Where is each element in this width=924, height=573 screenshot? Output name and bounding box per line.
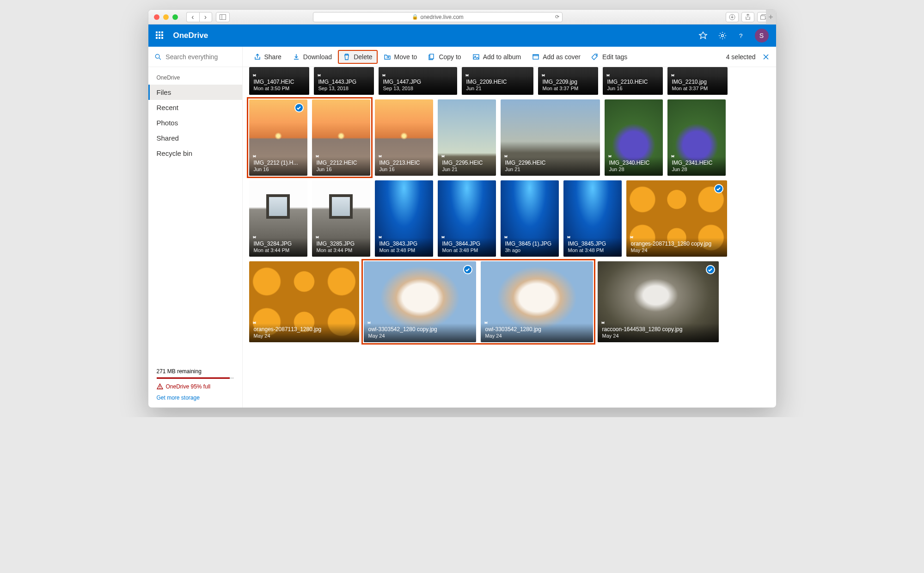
file-name: IMG_2210.HEIC	[607, 79, 658, 85]
file-tile[interactable]: IMG_1447.JPGSep 13, 2018	[379, 67, 457, 95]
search-icon	[155, 53, 161, 61]
svg-point-10	[159, 388, 160, 389]
shared-indicator-icon	[253, 234, 258, 240]
file-name: IMG_2209.jpg	[543, 79, 594, 85]
file-tile[interactable]: IMG_2212 (1).H...Jun 16	[249, 99, 307, 176]
sidebar-item-photos[interactable]: Photos	[148, 115, 242, 130]
sidebar-item-recent[interactable]: Recent	[148, 100, 242, 115]
file-tile[interactable]: IMG_3843.JPGMon at 3:48 PM	[375, 180, 433, 257]
shared-indicator-icon	[253, 73, 258, 78]
file-name: IMG_2296.HEIC	[505, 160, 595, 166]
minimize-window-button[interactable]	[163, 14, 169, 20]
file-tile[interactable]: IMG_2212.HEICJun 16	[312, 99, 370, 176]
premium-icon[interactable]	[698, 31, 708, 40]
copy-button[interactable]: Copy to	[423, 50, 465, 63]
move-button[interactable]: Move to	[379, 50, 422, 63]
edit-tags-button[interactable]: Edit tags	[587, 50, 632, 63]
delete-button[interactable]: Delete	[338, 50, 377, 63]
highlight-group: IMG_2212 (1).H...Jun 16IMG_2212.HEICJun …	[249, 99, 370, 176]
file-tile[interactable]: IMG_2341.HEICJun 28	[667, 99, 726, 176]
file-tile[interactable]: IMG_2340.HEICJun 28	[605, 99, 663, 176]
svg-point-16	[596, 55, 597, 56]
sidebar-item-recycle-bin[interactable]: Recycle bin	[148, 146, 242, 161]
file-tile[interactable]: IMG_2209.HEICJun 21	[462, 67, 533, 95]
selected-badge-icon	[463, 265, 472, 274]
file-name: IMG_2212 (1).H...	[254, 160, 303, 166]
file-tile[interactable]: IMG_3845.JPGMon at 3:48 PM	[563, 180, 622, 257]
help-icon[interactable]: ?	[737, 31, 745, 40]
file-tile[interactable]: IMG_1443.JPGSep 13, 2018	[314, 67, 374, 95]
selected-badge-icon	[706, 265, 715, 274]
file-date: Mon at 3:48 PM	[442, 247, 491, 253]
search-input[interactable]	[165, 53, 235, 61]
sidebar-item-files[interactable]: Files	[148, 85, 242, 100]
app-title: OneDrive	[173, 31, 208, 40]
get-storage-link[interactable]: Get more storage	[157, 394, 234, 401]
app-launcher-icon[interactable]	[156, 31, 164, 40]
share-button[interactable]: Share	[249, 50, 286, 63]
file-tile[interactable]: IMG_3284.JPGMon at 3:44 PM	[249, 180, 307, 257]
file-tile[interactable]: IMG_1407.HEICMon at 3:50 PM	[249, 67, 309, 95]
fullscreen-window-button[interactable]	[172, 14, 178, 20]
file-name: IMG_1443.JPG	[318, 79, 369, 85]
add-cover-button[interactable]: Add as cover	[527, 50, 585, 63]
file-name: raccoon-1644538_1280 copy.jpg	[602, 326, 714, 333]
breadcrumb: OneDrive	[148, 67, 242, 85]
settings-icon[interactable]	[718, 31, 727, 40]
file-tile[interactable]: IMG_2295.HEICJun 21	[438, 99, 496, 176]
add-album-button[interactable]: Add to album	[468, 50, 526, 63]
shared-indicator-icon	[504, 234, 510, 240]
file-tile[interactable]: oranges-2087113_1280 copy.jpgMay 24	[626, 180, 727, 257]
file-tile[interactable]: raccoon-1644538_1280 copy.jpgMay 24	[598, 261, 719, 342]
sidebar-item-shared[interactable]: Shared	[148, 130, 242, 146]
file-name: IMG_2213.HEIC	[379, 160, 428, 166]
shared-indicator-icon	[671, 154, 677, 159]
file-tile[interactable]: IMG_3285.JPGMon at 3:44 PM	[312, 180, 370, 257]
new-tab-button[interactable]: +	[766, 10, 776, 25]
share-button[interactable]	[741, 12, 754, 22]
gallery-row: IMG_2212 (1).H...Jun 16IMG_2212.HEICJun …	[249, 99, 770, 176]
nav-list: FilesRecentPhotosSharedRecycle bin	[148, 85, 242, 161]
file-tile[interactable]: oranges-2087113_1280.jpgMay 24	[249, 261, 359, 342]
file-date: Mon at 3:48 PM	[568, 247, 617, 253]
avatar[interactable]: S	[755, 29, 769, 43]
reload-icon[interactable]: ⟳	[555, 14, 559, 20]
left-column: OneDrive FilesRecentPhotosSharedRecycle …	[148, 47, 243, 407]
close-window-button[interactable]	[154, 14, 159, 20]
back-button[interactable]: ‹	[186, 12, 199, 22]
file-tile[interactable]: IMG_2210.jpgMon at 3:37 PM	[667, 67, 728, 95]
file-tile[interactable]: IMG_2296.HEICJun 21	[501, 99, 600, 176]
file-tile[interactable]: IMG_2209.jpgMon at 3:37 PM	[538, 67, 598, 95]
shared-indicator-icon	[318, 73, 323, 78]
file-date: Mon at 3:44 PM	[317, 247, 366, 253]
shared-indicator-icon	[382, 73, 388, 78]
selection-count: 4 selected	[726, 53, 756, 61]
download-button[interactable]: Download	[288, 50, 337, 63]
file-tile[interactable]: IMG_3845 (1).JPG3h ago	[501, 180, 559, 257]
file-tile[interactable]: owl-3303542_1280 copy.jpgMay 24	[364, 261, 476, 342]
forward-button[interactable]: ›	[199, 12, 212, 22]
file-name: oranges-2087113_1280.jpg	[254, 326, 355, 333]
shared-indicator-icon	[567, 234, 573, 240]
file-date: Jun 28	[672, 166, 721, 172]
search-box[interactable]	[148, 47, 242, 67]
file-tile[interactable]: IMG_3844.JPGMon at 3:48 PM	[438, 180, 496, 257]
file-name: IMG_3845 (1).JPG	[505, 240, 554, 247]
file-name: owl-3303542_1280 copy.jpg	[368, 326, 471, 333]
shared-indicator-icon	[484, 320, 490, 326]
gallery-row: IMG_3284.JPGMon at 3:44 PMIMG_3285.JPGMo…	[249, 180, 770, 257]
file-name: IMG_3284.JPG	[254, 240, 303, 247]
file-tile[interactable]: IMG_2210.HEICJun 16	[603, 67, 663, 95]
file-name: IMG_3285.JPG	[317, 240, 366, 247]
clear-selection-button[interactable]	[762, 53, 770, 61]
selected-badge-icon	[294, 103, 304, 112]
file-tile[interactable]: IMG_2213.HEICJun 16	[375, 99, 433, 176]
file-date: May 24	[254, 333, 355, 339]
address-bar[interactable]: 🔒 onedrive.live.com ⟳	[313, 12, 563, 22]
safari-sidebar-button[interactable]	[216, 12, 230, 22]
downloads-button[interactable]	[726, 12, 739, 22]
shared-indicator-icon	[608, 154, 614, 159]
file-tile[interactable]: owl-3303542_1280.jpgMay 24	[481, 261, 593, 342]
svg-rect-4	[761, 16, 765, 19]
file-date: May 24	[485, 333, 588, 339]
